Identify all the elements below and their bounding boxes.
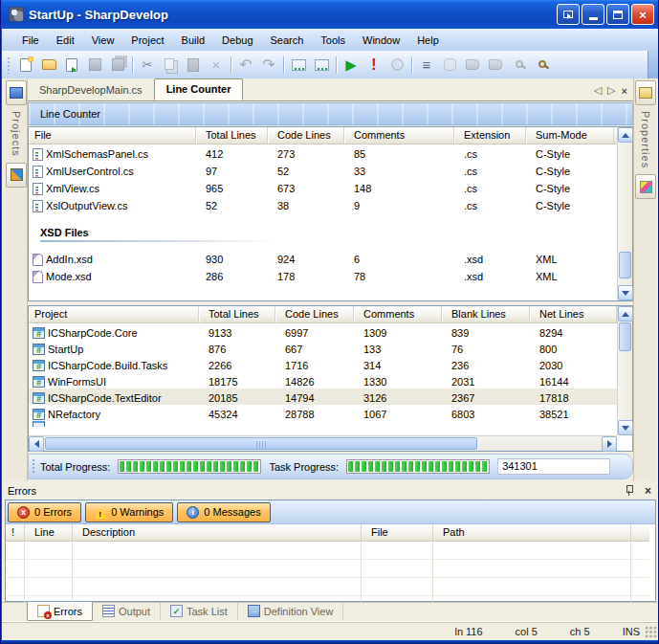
scroll-up-button[interactable]: [618, 306, 633, 322]
tab-definition-view[interactable]: → Definition View: [238, 603, 344, 620]
menu-file[interactable]: File: [13, 32, 48, 49]
table-row[interactable]: XmlView.cs 965 673 148 .cs C-Style: [29, 179, 617, 196]
col-comments[interactable]: Comments: [344, 127, 454, 144]
copy-button[interactable]: [160, 55, 181, 76]
undo-button[interactable]: ↶: [235, 55, 256, 76]
toolbar-overflow-button[interactable]: [648, 51, 659, 78]
tab-errors[interactable]: x Errors: [27, 602, 93, 621]
warnings-filter-button[interactable]: ! 0 Warnings: [85, 502, 173, 522]
menu-view[interactable]: View: [83, 32, 123, 49]
shape-tool-button[interactable]: [439, 55, 460, 76]
progress-toolbar-grip[interactable]: [32, 458, 36, 475]
pin-icon[interactable]: [625, 485, 633, 496]
table-row-selected[interactable]: #ICSharpCode.TextEditor 20185 14794 3126…: [29, 389, 617, 405]
col-file[interactable]: File: [29, 127, 196, 144]
uncomment-region-button[interactable]: [311, 55, 332, 76]
col-code-lines[interactable]: Code Lines: [268, 127, 344, 144]
reload-file-button[interactable]: [61, 55, 82, 76]
new-file-button[interactable]: [15, 55, 36, 76]
cut-button[interactable]: ✂: [137, 55, 158, 76]
menu-help[interactable]: Help: [408, 32, 448, 49]
help-index-button[interactable]: [485, 55, 506, 76]
errors-filter-button[interactable]: x 0 Errors: [8, 502, 81, 522]
col-net-lines[interactable]: Net Lines: [530, 306, 617, 322]
close-panel-icon[interactable]: ×: [645, 484, 651, 498]
run-button[interactable]: ▶: [340, 55, 362, 76]
scroll-down-button[interactable]: [618, 420, 633, 435]
close-document-icon[interactable]: ×: [622, 85, 627, 97]
prev-document-icon[interactable]: ◁: [594, 84, 602, 97]
col-total-lines[interactable]: Total Lines: [196, 127, 268, 144]
col-sum-mode[interactable]: Sum-Mode: [526, 127, 614, 144]
minimize-button[interactable]: [582, 4, 604, 25]
table-row[interactable]: #StartUp 876 667 133 76 800: [29, 340, 617, 356]
tab-output[interactable]: Output: [93, 603, 161, 620]
menu-search[interactable]: Search: [262, 32, 313, 49]
table-row-clipped[interactable]: [29, 421, 617, 427]
web-search-button[interactable]: [508, 55, 529, 76]
scrollbar-thumb[interactable]: [619, 252, 631, 278]
classes-pad-tab[interactable]: [635, 174, 656, 199]
save-all-button[interactable]: [107, 55, 128, 76]
col-file[interactable]: File: [362, 524, 433, 541]
table-row[interactable]: XslOutputView.cs 52 38 9 .cs C-Style: [29, 196, 617, 213]
menu-edit[interactable]: Edit: [48, 32, 83, 49]
close-button[interactable]: ×: [631, 4, 654, 25]
comment-region-button[interactable]: [288, 55, 309, 76]
scroll-right-button[interactable]: [602, 436, 617, 452]
scrollbar-thumb[interactable]: [619, 322, 631, 351]
table-row[interactable]: XmlSchemasPanel.cs 412 273 85 .cs C-Styl…: [29, 144, 617, 162]
properties-pad-label[interactable]: Properties: [640, 111, 651, 168]
tools-pad-tab[interactable]: [6, 163, 27, 188]
col-code-lines[interactable]: Code Lines: [275, 306, 354, 322]
errors-panel-titlebar[interactable]: Errors ×: [2, 481, 659, 500]
title-bar[interactable]: StartUp - SharpDevelop ×: [1, 0, 659, 29]
menu-project[interactable]: Project: [122, 32, 172, 49]
open-file-button[interactable]: [38, 55, 59, 76]
breakpoint-button[interactable]: !: [363, 55, 384, 76]
menu-window[interactable]: Window: [354, 32, 408, 49]
help-contents-button[interactable]: [462, 55, 483, 76]
col-path[interactable]: Path: [433, 524, 631, 541]
sort-lines-button[interactable]: ≡: [416, 55, 437, 76]
table-row[interactable]: AddIn.xsd 930 924 6 .xsd XML: [29, 250, 617, 267]
scrollbar-thumb[interactable]: [45, 437, 477, 450]
files-vertical-scrollbar[interactable]: [617, 127, 632, 300]
next-document-icon[interactable]: ▷: [607, 84, 615, 97]
col-total-lines[interactable]: Total Lines: [199, 306, 275, 322]
stop-button[interactable]: 0: [386, 55, 407, 76]
toolbar-grip[interactable]: [7, 56, 11, 74]
messages-filter-button[interactable]: i 0 Messages: [177, 502, 270, 522]
scroll-up-button[interactable]: [618, 127, 633, 143]
projects-horizontal-scrollbar[interactable]: [29, 435, 617, 451]
col-project[interactable]: Project: [29, 306, 199, 322]
search-button[interactable]: [531, 55, 552, 76]
resize-grip[interactable]: [645, 626, 657, 638]
col-comments[interactable]: Comments: [354, 306, 442, 322]
scroll-down-button[interactable]: [618, 285, 633, 300]
projects-pad-tab[interactable]: [6, 80, 27, 105]
col-description[interactable]: Description: [73, 524, 362, 541]
table-row[interactable]: XmlUserControl.cs 97 52 33 .cs C-Style: [29, 162, 617, 179]
table-row[interactable]: #ICSharpCode.Build.Tasks 2266 1716 314 2…: [29, 356, 617, 372]
delete-button[interactable]: ×: [206, 55, 227, 76]
tab-sharpdevelopmain[interactable]: SharpDevelopMain.cs: [28, 80, 154, 100]
menu-debug[interactable]: Debug: [213, 32, 261, 49]
col-severity[interactable]: !: [6, 524, 25, 541]
projects-vertical-scrollbar[interactable]: [617, 306, 632, 435]
paste-button[interactable]: [183, 55, 204, 76]
projects-pad-label[interactable]: Projects: [11, 111, 22, 157]
scroll-left-button[interactable]: [29, 436, 44, 452]
menu-tools[interactable]: Tools: [312, 32, 354, 49]
table-row[interactable]: Mode.xsd 286 178 78 .xsd XML: [29, 267, 617, 284]
menu-build[interactable]: Build: [173, 32, 213, 49]
redo-button[interactable]: ↷: [258, 55, 279, 76]
expand-window-button[interactable]: [557, 4, 580, 25]
col-extension[interactable]: Extension: [454, 127, 526, 144]
table-row[interactable]: #WinFormsUI 18175 14826 1330 2031 16144: [29, 372, 617, 389]
table-row[interactable]: #NRefactory 45324 28788 1067 6803 38521: [29, 405, 617, 421]
col-blank-lines[interactable]: Blank Lines: [442, 306, 530, 322]
save-button[interactable]: [84, 55, 105, 76]
properties-pad-tab[interactable]: [635, 80, 656, 105]
col-line[interactable]: Line: [25, 524, 73, 541]
